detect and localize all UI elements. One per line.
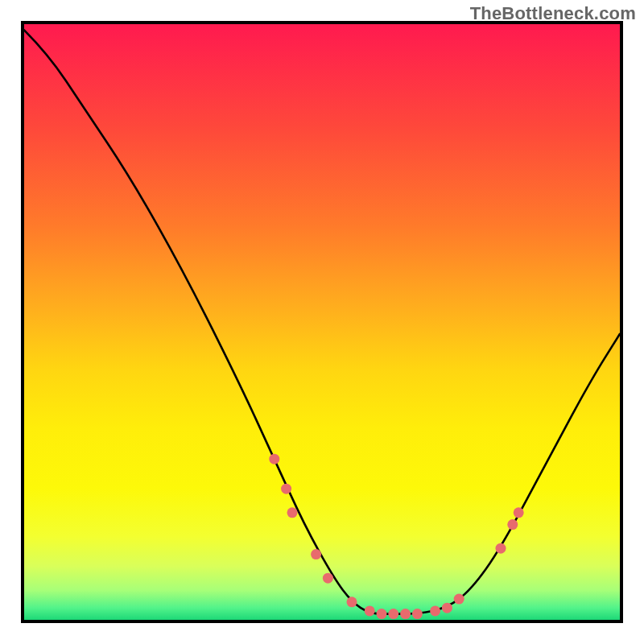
bottleneck-curve — [24, 30, 620, 613]
curve-marker — [400, 609, 411, 619]
chart-frame — [21, 21, 623, 623]
curve-marker — [323, 573, 333, 584]
curve-marker — [365, 605, 375, 616]
curve-marker — [507, 519, 518, 530]
curve-marker — [454, 594, 464, 605]
curve-marker — [347, 597, 357, 607]
curve-marker — [377, 609, 387, 619]
curve-marker — [442, 603, 452, 613]
watermark-text: TheBottleneck.com — [470, 3, 636, 24]
curve-marker — [496, 543, 506, 554]
curve-marker — [287, 507, 298, 518]
curve-marker — [412, 609, 423, 619]
curve-marker — [269, 454, 279, 464]
marker-group — [269, 454, 523, 619]
curve-marker — [388, 609, 398, 619]
curve-marker — [430, 605, 440, 616]
curve-marker — [311, 549, 321, 559]
chart-stage: TheBottleneck.com — [0, 0, 644, 644]
curve-marker — [514, 507, 524, 518]
curve-layer — [24, 24, 620, 620]
curve-marker — [281, 484, 291, 494]
